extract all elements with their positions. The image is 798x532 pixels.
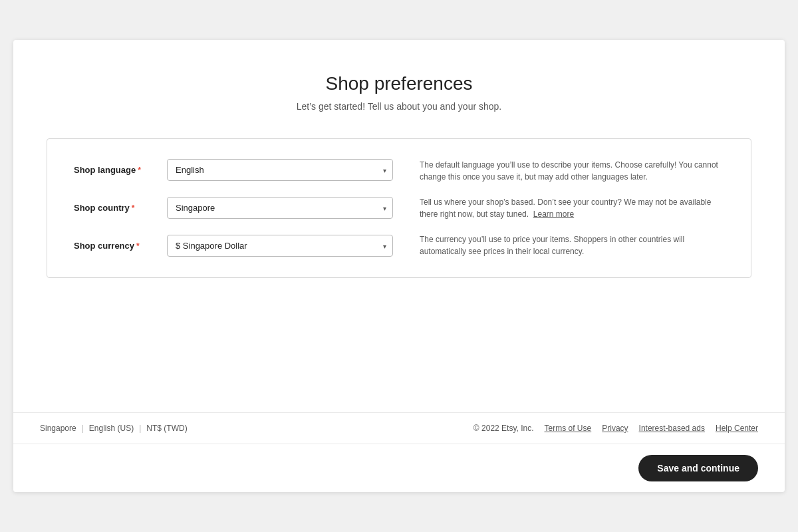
preferences-card: Shop language * English Spanish French G…: [47, 138, 751, 278]
footer-bar: Singapore | English (US) | NT$ (TWD) © 2…: [13, 412, 785, 444]
help-center-link[interactable]: Help Center: [716, 424, 758, 433]
shop-country-select-wrapper: Singapore United States United Kingdom A…: [167, 197, 393, 219]
shop-country-row: Shop country * Singapore United States U…: [74, 197, 393, 219]
page-subtitle: Let’s get started! Tell us about you and…: [40, 101, 758, 112]
footer-copyright: © 2022 Etsy, Inc.: [473, 424, 534, 433]
form-section: Shop language * English Spanish French G…: [74, 159, 724, 257]
separator-2: |: [139, 424, 141, 433]
currency-info-block: The currency you’ll use to price your it…: [420, 233, 724, 257]
learn-more-link[interactable]: Learn more: [533, 209, 574, 219]
shop-language-label: Shop language *: [74, 165, 154, 175]
shop-language-select[interactable]: English Spanish French German Chinese: [167, 159, 393, 181]
page-wrapper: Shop preferences Let’s get started! Tell…: [13, 40, 785, 492]
privacy-link[interactable]: Privacy: [602, 424, 628, 433]
shop-language-row: Shop language * English Spanish French G…: [74, 159, 393, 181]
country-info-block: Tell us where your shop’s based. Don’t s…: [420, 196, 724, 220]
shop-currency-select[interactable]: $ Singapore Dollar $ US Dollar £ British…: [167, 235, 393, 257]
save-and-continue-button[interactable]: Save and continue: [638, 455, 758, 481]
page-header: Shop preferences Let’s get started! Tell…: [40, 73, 758, 112]
shop-country-label: Shop country *: [74, 203, 154, 213]
required-star-language: *: [138, 166, 141, 175]
shop-currency-row: Shop currency * $ Singapore Dollar $ US …: [74, 235, 393, 257]
required-star-country: *: [132, 203, 135, 213]
form-info: The default language you’ll use to descr…: [420, 159, 724, 257]
shop-language-select-wrapper: English Spanish French German Chinese ▾: [167, 159, 393, 181]
shop-currency-label: Shop currency *: [74, 241, 154, 251]
terms-of-use-link[interactable]: Terms of Use: [545, 424, 592, 433]
page-title: Shop preferences: [40, 73, 758, 94]
footer-locale-country: Singapore: [40, 424, 76, 433]
footer-locale-currency: NT$ (TWD): [146, 424, 187, 433]
separator-1: |: [82, 424, 84, 433]
footer-locale-language: English (US): [89, 424, 134, 433]
language-info-block: The default language you’ll use to descr…: [420, 159, 724, 183]
form-fields: Shop language * English Spanish French G…: [74, 159, 393, 257]
shop-currency-select-wrapper: $ Singapore Dollar $ US Dollar £ British…: [167, 235, 393, 257]
main-content: Shop preferences Let’s get started! Tell…: [13, 40, 785, 412]
interest-based-ads-link[interactable]: Interest-based ads: [639, 424, 705, 433]
required-star-currency: *: [136, 241, 140, 251]
shop-country-select[interactable]: Singapore United States United Kingdom A…: [167, 197, 393, 219]
bottom-action-bar: Save and continue: [13, 444, 785, 492]
footer-locale: Singapore | English (US) | NT$ (TWD): [40, 424, 188, 433]
footer-links: © 2022 Etsy, Inc. Terms of Use Privacy I…: [473, 424, 758, 433]
